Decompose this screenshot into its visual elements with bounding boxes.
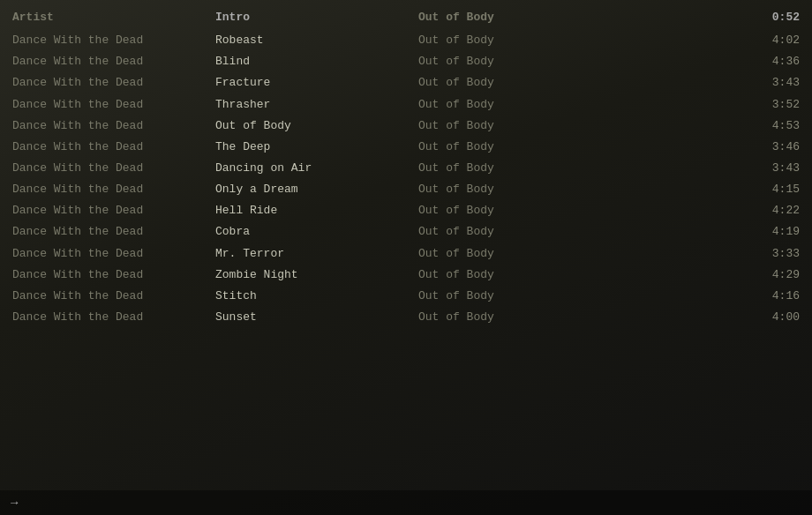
track-artist: Dance With the Dead [12,74,215,92]
track-duration: 4:16 [630,287,800,305]
track-artist: Dance With the Dead [12,181,215,198]
track-artist: Dance With the Dead [12,266,215,284]
track-duration: 4:53 [630,117,800,135]
track-album: Out of Body [418,96,630,114]
track-title: Out of Body [215,117,418,135]
track-artist: Dance With the Dead [12,32,215,49]
track-artist: Dance With the Dead [12,223,215,241]
header-artist: Artist [12,9,215,26]
track-title: Dancing on Air [215,160,418,177]
table-row[interactable]: Dance With the DeadThrasherOut of Body3:… [0,94,812,116]
track-duration: 4:22 [630,202,800,220]
track-duration: 3:52 [630,96,800,114]
track-title: Blind [215,53,418,71]
track-artist: Dance With the Dead [12,96,215,114]
track-title: The Deep [215,138,418,156]
track-duration: 3:43 [630,160,800,177]
track-title: Robeast [215,32,418,49]
track-duration: 4:36 [630,53,800,71]
track-duration: 4:15 [630,181,800,198]
track-artist: Dance With the Dead [12,117,215,135]
track-album: Out of Body [418,287,630,305]
track-album: Out of Body [418,245,630,263]
track-duration: 3:43 [630,74,800,92]
track-list: Artist Intro Out of Body 0:52 Dance With… [0,0,812,335]
track-album: Out of Body [418,202,630,220]
track-title: Mr. Terror [215,245,418,263]
track-album: Out of Body [418,138,630,156]
table-row[interactable]: Dance With the DeadOut of BodyOut of Bod… [0,116,812,137]
table-row[interactable]: Dance With the DeadDancing on AirOut of … [0,158,812,179]
track-artist: Dance With the Dead [12,160,215,177]
track-duration: 3:46 [630,138,800,156]
track-album: Out of Body [418,309,630,326]
track-title: Stitch [215,287,418,305]
table-row[interactable]: Dance With the DeadHell RideOut of Body4… [0,200,812,221]
table-row[interactable]: Dance With the DeadThe DeepOut of Body3:… [0,137,812,158]
track-artist: Dance With the Dead [12,138,215,156]
track-artist: Dance With the Dead [12,202,215,220]
track-duration: 4:19 [630,223,800,241]
track-artist: Dance With the Dead [12,309,215,326]
track-title: Sunset [215,309,418,326]
table-row[interactable]: Dance With the DeadStitchOut of Body4:16 [0,286,812,307]
track-title: Fracture [215,74,418,92]
table-row[interactable]: Dance With the DeadBlindOut of Body4:36 [0,51,812,72]
track-album: Out of Body [418,181,630,198]
track-album: Out of Body [418,160,630,177]
track-duration: 4:29 [630,266,800,284]
track-title: Cobra [215,223,418,241]
track-album: Out of Body [418,32,630,49]
header-duration: 0:52 [630,9,800,26]
table-row[interactable]: Dance With the DeadRobeastOut of Body4:0… [0,30,812,51]
header-album: Out of Body [418,9,630,26]
table-row[interactable]: Dance With the DeadMr. TerrorOut of Body… [0,243,812,265]
bottom-bar: → [0,490,812,515]
header-title: Intro [215,9,418,26]
table-row[interactable]: Dance With the DeadCobraOut of Body4:19 [0,221,812,243]
track-duration: 3:33 [630,245,800,263]
track-artist: Dance With the Dead [12,53,215,71]
track-title: Zombie Night [215,266,418,284]
table-row[interactable]: Dance With the DeadZombie NightOut of Bo… [0,265,812,286]
track-artist: Dance With the Dead [12,287,215,305]
track-album: Out of Body [418,266,630,284]
track-title: Only a Dream [215,181,418,198]
table-header: Artist Intro Out of Body 0:52 [0,7,812,28]
table-row[interactable]: Dance With the DeadOnly a DreamOut of Bo… [0,179,812,200]
track-artist: Dance With the Dead [12,245,215,263]
track-album: Out of Body [418,117,630,135]
arrow-icon: → [11,496,18,510]
track-duration: 4:02 [630,32,800,49]
track-album: Out of Body [418,74,630,92]
table-row[interactable]: Dance With the DeadSunsetOut of Body4:00 [0,307,812,328]
track-title: Hell Ride [215,202,418,220]
track-album: Out of Body [418,223,630,241]
track-album: Out of Body [418,53,630,71]
table-row[interactable]: Dance With the DeadFractureOut of Body3:… [0,72,812,93]
track-duration: 4:00 [630,309,800,326]
track-title: Thrasher [215,96,418,114]
